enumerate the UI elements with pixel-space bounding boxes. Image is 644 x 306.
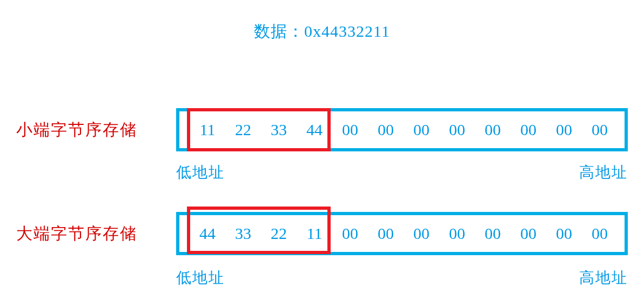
little-endian-memory-box: 11 22 33 44 00 00 00 00 00 00 00 00 xyxy=(176,108,628,151)
byte-cell: 44 xyxy=(301,121,327,139)
byte-cell: 00 xyxy=(551,121,577,139)
byte-cell: 33 xyxy=(230,224,256,243)
byte-cell: 00 xyxy=(408,121,434,139)
byte-cell: 33 xyxy=(266,121,292,139)
byte-cell: 00 xyxy=(515,121,541,139)
byte-cell: 00 xyxy=(551,224,577,243)
big-endian-bytes: 44 33 22 11 00 00 00 00 00 00 00 00 xyxy=(194,224,613,243)
little-endian-addr-labels: 低地址 高地址 xyxy=(176,162,628,183)
byte-cell: 00 xyxy=(444,121,470,139)
byte-cell: 00 xyxy=(373,224,399,243)
high-addr-label: 高地址 xyxy=(579,268,628,288)
byte-cell: 44 xyxy=(194,224,220,243)
little-endian-bytes: 11 22 33 44 00 00 00 00 00 00 00 00 xyxy=(194,121,613,139)
byte-cell: 00 xyxy=(480,224,506,243)
byte-cell: 00 xyxy=(373,121,399,139)
byte-cell: 00 xyxy=(480,121,506,139)
byte-cell: 00 xyxy=(587,224,613,243)
big-endian-row: 大端字节序存储 44 33 22 11 00 00 00 00 00 00 00… xyxy=(0,212,644,255)
big-endian-memory-box: 44 33 22 11 00 00 00 00 00 00 00 00 xyxy=(176,212,628,255)
high-addr-label: 高地址 xyxy=(579,162,628,183)
byte-cell: 22 xyxy=(230,121,256,139)
byte-cell: 00 xyxy=(515,224,541,243)
low-addr-label: 低地址 xyxy=(176,268,225,288)
title: 数据：0x44332211 xyxy=(254,21,390,43)
little-endian-row: 小端字节序存储 11 22 33 44 00 00 00 00 00 00 00… xyxy=(0,108,644,151)
byte-cell: 00 xyxy=(337,224,363,243)
byte-cell: 00 xyxy=(337,121,363,139)
byte-cell: 22 xyxy=(266,224,292,243)
little-endian-label: 小端字节序存储 xyxy=(16,119,137,141)
big-endian-addr-labels: 低地址 高地址 xyxy=(176,268,628,288)
big-endian-label: 大端字节序存储 xyxy=(16,223,137,245)
byte-cell: 00 xyxy=(444,224,470,243)
byte-cell: 00 xyxy=(408,224,434,243)
byte-cell: 00 xyxy=(587,121,613,139)
byte-cell: 11 xyxy=(301,224,327,243)
low-addr-label: 低地址 xyxy=(176,162,225,183)
byte-cell: 11 xyxy=(194,121,220,139)
